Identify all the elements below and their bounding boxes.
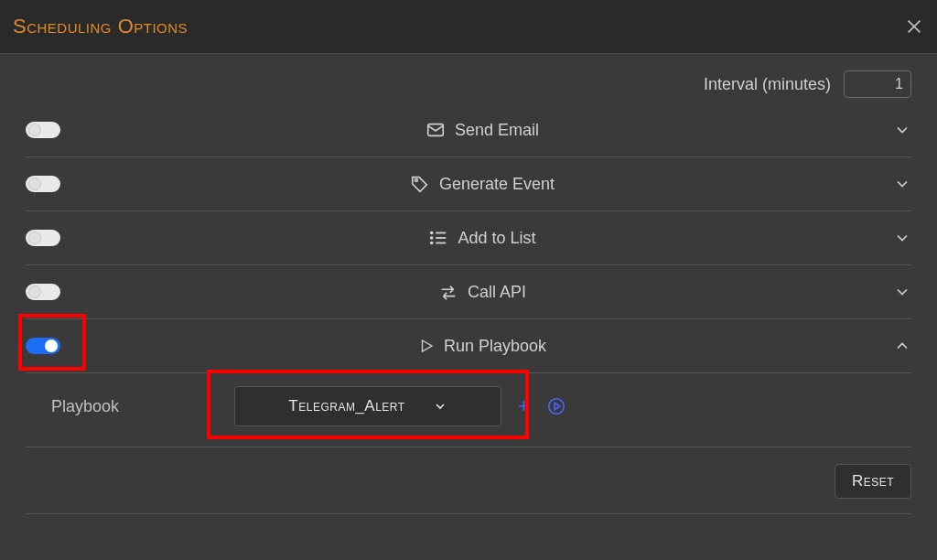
email-icon: [425, 120, 446, 140]
play-icon: [418, 338, 435, 354]
action-label: Call API: [90, 282, 875, 302]
playbook-field-label: Playbook: [26, 397, 234, 416]
toggle-run-playbook[interactable]: [26, 338, 60, 354]
playbook-select[interactable]: Telegram_Alert: [234, 386, 501, 426]
action-label: Generate Event: [90, 174, 875, 194]
add-playbook-button[interactable]: +: [518, 394, 530, 418]
close-icon: [904, 16, 924, 37]
chevron-down-icon[interactable]: [893, 121, 911, 139]
action-label: Send Email: [90, 120, 875, 140]
toggle-call-api[interactable]: [26, 284, 60, 300]
action-row-send-email[interactable]: Send Email: [26, 103, 911, 157]
reset-button[interactable]: Reset: [835, 464, 911, 499]
action-label: Add to List: [90, 228, 875, 248]
tag-icon: [410, 174, 430, 194]
chevron-down-icon: [433, 399, 447, 414]
interval-label: Interval (minutes): [704, 75, 831, 94]
play-circle-icon: [546, 396, 566, 416]
interval-row: Interval (minutes): [26, 70, 911, 98]
svg-marker-8: [422, 340, 432, 351]
action-label: Run Playbook: [90, 337, 875, 356]
chevron-down-icon[interactable]: [893, 283, 911, 301]
list-icon: [428, 228, 448, 248]
dialog-header: Scheduling Options: [0, 0, 937, 54]
toggle-generate-event[interactable]: [26, 176, 60, 192]
toggle-add-to-list[interactable]: [26, 230, 60, 246]
svg-point-3: [431, 237, 433, 239]
dialog-title: Scheduling Options: [13, 15, 188, 38]
playbook-selected-value: Telegram_Alert: [288, 397, 404, 415]
toggle-send-email[interactable]: [26, 122, 60, 138]
dialog-footer: Reset: [26, 447, 911, 514]
svg-point-4: [431, 242, 433, 244]
chevron-down-icon[interactable]: [893, 175, 911, 193]
action-row-call-api[interactable]: Call API: [26, 265, 911, 319]
svg-marker-10: [555, 403, 560, 409]
close-button[interactable]: [904, 16, 924, 37]
svg-point-2: [431, 232, 433, 234]
run-playbook-panel: Playbook Telegram_Alert +: [26, 373, 911, 447]
action-row-generate-event[interactable]: Generate Event: [26, 157, 911, 211]
svg-point-1: [415, 179, 417, 182]
svg-point-9: [549, 399, 565, 415]
swap-icon: [438, 282, 458, 302]
dialog-body: Interval (minutes) Send Email Generate E…: [0, 54, 937, 514]
chevron-up-icon[interactable]: [893, 337, 911, 355]
interval-input[interactable]: [844, 70, 911, 98]
chevron-down-icon[interactable]: [893, 229, 911, 247]
action-row-run-playbook[interactable]: Run Playbook: [26, 319, 911, 373]
test-playbook-button[interactable]: [546, 396, 566, 416]
action-row-add-to-list[interactable]: Add to List: [26, 211, 911, 265]
